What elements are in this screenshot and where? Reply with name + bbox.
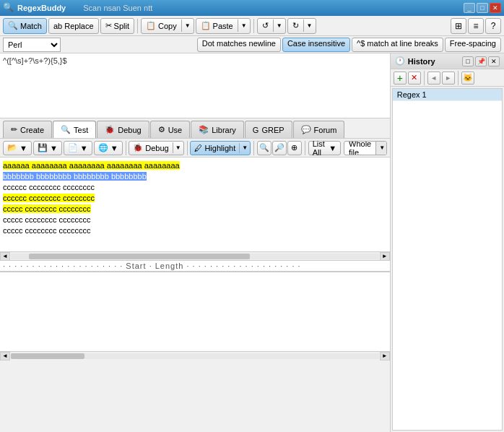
tab-test[interactable]: 🔍 Test	[53, 121, 96, 138]
result-hscroll-left[interactable]: ◄	[0, 352, 10, 360]
zoom-reset-button[interactable]: ⊕	[287, 141, 302, 155]
highlight-main[interactable]: 🖊 Highlight	[191, 143, 240, 153]
highlight-arrow[interactable]: ▼	[240, 144, 250, 152]
highlight-button[interactable]: 🖊 Highlight ▼	[190, 141, 251, 155]
tab-use[interactable]: ⚙ Use	[150, 121, 191, 138]
split-icon: ✂	[105, 21, 112, 30]
tab-create[interactable]: ✏ Create	[3, 121, 52, 138]
new-icon: 📄	[68, 143, 78, 152]
debug-run-icon: 🐞	[133, 143, 143, 152]
caret-match-button[interactable]: ^$ match at line breaks	[352, 38, 443, 52]
hscroll-right[interactable]: ►	[380, 252, 390, 261]
history-cat-button[interactable]: 🐱	[461, 72, 474, 85]
copy-main[interactable]: 📋 Copy	[142, 20, 182, 32]
arrow-icon2: ▼	[50, 144, 58, 152]
use-icon: ⚙	[158, 125, 165, 134]
left-panel: ^([^\s]+?\s+?){5,}$ ✏ Create 🔍 Test 🐞 De…	[0, 53, 391, 432]
debug-run-button[interactable]: 🐞 Debug ▼	[129, 141, 183, 155]
undo-main[interactable]: ↺	[258, 20, 274, 32]
split-button[interactable]: ✂ Split	[100, 18, 134, 34]
caret-match-label: ^$ match at line breaks	[357, 39, 438, 48]
result-hscroll-track[interactable]	[11, 353, 379, 359]
match-label: Match	[20, 22, 42, 30]
replace-icon: ab	[53, 22, 62, 30]
zoom-out-button[interactable]: 🔎	[272, 141, 287, 155]
paste-main[interactable]: 📋 Paste	[196, 20, 238, 32]
debug-run-label: Debug	[145, 144, 168, 152]
create-icon: ✏	[11, 125, 17, 134]
globe-button[interactable]: 🌐▼	[94, 141, 123, 155]
free-spacing-button[interactable]: Free-spacing	[445, 38, 501, 52]
redo-arrow[interactable]: ▼	[304, 21, 316, 30]
grid-view-button[interactable]: ⊞	[451, 18, 466, 34]
redo-button[interactable]: ↻ ▼	[287, 18, 316, 34]
hscroll-thumb[interactable]	[29, 254, 250, 259]
redo-main[interactable]: ↻	[288, 20, 304, 32]
tab-grep[interactable]: G GREP	[245, 121, 292, 138]
title-bar: 🔍 RegexBuddy Scan nsan Suen ntt _ □ ✕	[0, 0, 504, 16]
tab-library[interactable]: 📚 Library	[191, 121, 244, 138]
copy-arrow[interactable]: ▼	[182, 21, 194, 30]
result-hscroll[interactable]: ◄ ►	[0, 351, 390, 360]
debug-run-arrow[interactable]: ▼	[173, 144, 183, 152]
regex-text: ^([^\s]+?\s+?){5,}$	[3, 56, 67, 65]
history-delete-button[interactable]: ✕	[408, 72, 421, 85]
result-area[interactable]	[0, 272, 390, 351]
history-pin-button[interactable]: 📌	[475, 56, 487, 66]
match-button[interactable]: 🔍 Match	[3, 18, 47, 34]
highlight-blue-2: bbbbbbb bbbbbbbb bbbbbbbb bbbbbbbb	[3, 172, 147, 181]
history-restore-button[interactable]: □	[462, 56, 474, 66]
tab-debug[interactable]: 🐞 Debug	[97, 121, 149, 138]
history-close-button[interactable]: ✕	[488, 56, 500, 66]
undo-button[interactable]: ↺ ▼	[257, 18, 286, 34]
history-controls[interactable]: □ 📌 ✕	[462, 56, 500, 66]
history-sep-1	[424, 71, 425, 85]
maximize-button[interactable]: □	[477, 3, 488, 13]
zoom-in-button[interactable]: 🔍	[257, 141, 271, 155]
minimize-button[interactable]: _	[464, 3, 475, 13]
dot-matches-button[interactable]: Dot matches newline	[197, 38, 281, 52]
undo-arrow[interactable]: ▼	[274, 21, 285, 30]
test-icon: 🔍	[61, 125, 71, 134]
start-length-bar: · · · · · · · · · · · · · · · · · · · · …	[0, 260, 390, 272]
history-header: 🕐 History □ 📌 ✕	[391, 53, 504, 69]
subject-line-3: cccccc cccccccc cccccccc	[3, 182, 387, 193]
hscroll-track[interactable]	[11, 254, 379, 259]
new-file-button[interactable]: 📄▼	[64, 141, 92, 155]
open-file-button[interactable]: 📂▼	[3, 141, 32, 155]
copy-button[interactable]: 📋 Copy ▼	[141, 18, 194, 34]
case-insensitive-button[interactable]: Case insensitive	[282, 38, 350, 52]
hscroll-left[interactable]: ◄	[0, 252, 10, 261]
debug-icon: 🐞	[105, 125, 115, 134]
close-button[interactable]: ✕	[490, 3, 501, 13]
subject-area[interactable]: aaaaaa aaaaaaaa aaaaaaaa aaaaaaaa aaaaaa…	[0, 157, 390, 251]
language-select[interactable]: Perl	[3, 38, 61, 52]
subject-hscroll[interactable]: ◄ ►	[0, 251, 390, 260]
result-hscroll-right[interactable]: ►	[380, 352, 390, 360]
regex-editor[interactable]: ^([^\s]+?\s+?){5,}$	[0, 53, 390, 118]
save-icon: 💾	[38, 143, 48, 152]
replace-button[interactable]: ab Replace	[48, 18, 99, 34]
whole-file-dropdown[interactable]: Whole file ▼	[344, 141, 387, 155]
history-item-1[interactable]: Regex 1	[393, 89, 502, 101]
paste-arrow[interactable]: ▼	[238, 21, 250, 30]
history-add-button[interactable]: +	[394, 72, 407, 85]
save-file-button[interactable]: 💾▼	[33, 141, 62, 155]
result-hscroll-thumb[interactable]	[11, 353, 84, 359]
highlight-icon: 🖊	[194, 144, 202, 152]
whole-file-arrow[interactable]: ▼	[375, 142, 387, 155]
main-toolbar: 🔍 Match ab Replace ✂ Split 📋 Copy ▼ 📋 Pa…	[0, 16, 504, 36]
window-controls[interactable]: _ □ ✕	[464, 3, 501, 13]
list-all-button[interactable]: List All ▼	[308, 141, 341, 155]
paste-button[interactable]: 📋 Paste ▼	[196, 18, 251, 34]
history-next-button[interactable]: ►	[442, 72, 455, 85]
tab-forum[interactable]: 💬 Forum	[293, 121, 345, 138]
highlight-yellow-5: ccccc cccccccc cccccccc	[3, 204, 91, 213]
separator-2	[253, 19, 254, 33]
list-view-button[interactable]: ≡	[468, 18, 484, 34]
debug-run-main[interactable]: 🐞 Debug	[129, 142, 173, 153]
tab-bar: ✏ Create 🔍 Test 🐞 Debug ⚙ Use 📚 Library …	[0, 118, 390, 139]
history-prev-button[interactable]: ◄	[427, 72, 440, 85]
help-button[interactable]: ?	[485, 18, 501, 34]
history-list[interactable]: Regex 1	[392, 88, 503, 431]
